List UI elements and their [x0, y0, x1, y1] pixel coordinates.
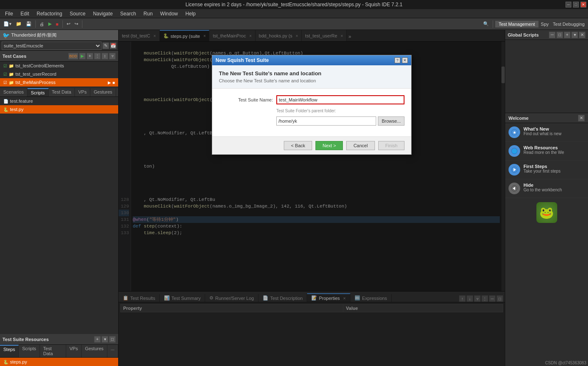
web-resources-text: Web Resources Read more on the We — [523, 145, 564, 155]
suite-resource-opts[interactable]: ▾ — [102, 336, 108, 343]
bdd-button[interactable]: BDD — [68, 53, 78, 59]
suite-resources-title: Test Suite Resources — [2, 337, 49, 342]
menu-search[interactable]: Search — [117, 10, 139, 17]
test-management-button[interactable]: Test Management — [495, 21, 538, 27]
suite-tab-steps[interactable]: Steps — [0, 345, 19, 357]
suite-steps-py[interactable]: 🐍 steps.py — [0, 358, 118, 366]
hide-text: Hide Go to the workbench — [523, 183, 562, 192]
svg-text:★: ★ — [513, 130, 516, 135]
global-scripts-title: Global Scripts — [508, 32, 539, 37]
tab-test-data[interactable]: Test Data — [49, 88, 75, 96]
undo-button[interactable]: ↩ — [65, 20, 72, 27]
tab-gestures[interactable]: Gestures — [90, 88, 116, 96]
print-button[interactable]: 🖨 — [38, 21, 46, 27]
tab-vps[interactable]: VPs — [75, 88, 90, 96]
welcome-title: Welcome — [509, 116, 528, 121]
test-suite-name-input[interactable] — [276, 95, 404, 104]
menu-run[interactable]: Run — [140, 10, 156, 17]
suite-edit-button[interactable]: ✎ — [102, 42, 109, 49]
test-sort-button[interactable]: ↕ — [102, 53, 108, 59]
test-case-3[interactable]: ☑ 📁 tst_theMainProcess ▶ ■ — [0, 78, 118, 87]
browse-button[interactable]: Browse... — [378, 116, 404, 126]
thunderbird-item[interactable]: 🐦 Thunderbird 邮件/新闻 — [0, 30, 118, 41]
toolbar-sep-1 — [35, 20, 36, 28]
check-icon-2: ☑ — [3, 72, 7, 77]
save-button[interactable]: 💾 — [24, 20, 33, 27]
add-test-button[interactable]: + — [87, 53, 93, 59]
gs-toolbar[interactable]: ▾ — [571, 32, 578, 38]
welcome-hide[interactable]: Hide Go to the workbench — [505, 179, 588, 198]
menu-edit[interactable]: Edit — [17, 10, 32, 17]
menu-window[interactable]: Window — [157, 10, 181, 17]
search-button[interactable]: 🔍 — [481, 20, 491, 27]
suite-tab-scripts[interactable]: Scripts — [19, 345, 40, 357]
gs-collapse[interactable]: ─ — [549, 32, 556, 38]
cancel-button[interactable]: Cancel — [346, 141, 375, 150]
test-case-resources-list: 📄 test.feature 🐍 test.py — [0, 97, 118, 114]
suite-resource-view[interactable]: □ — [109, 336, 116, 343]
gs-close[interactable]: ✕ — [579, 32, 586, 38]
stop-button[interactable]: ■ — [54, 21, 60, 27]
gs-add[interactable]: + — [564, 32, 571, 38]
welcome-close[interactable]: ✕ — [578, 115, 585, 121]
tab-scripts[interactable]: Scripts — [27, 88, 49, 96]
menu-help[interactable]: Help — [182, 10, 199, 17]
menu-bar: File Edit Refactoring Source Navigate Se… — [0, 9, 588, 18]
test-case-1[interactable]: ☑ 📁 tst_testControlElements — [0, 62, 118, 70]
welcome-whats-new[interactable]: ★ What's New Find out what is new — [505, 123, 588, 142]
welcome-first-steps[interactable]: First Steps Take your first steps — [505, 161, 588, 179]
dialog-close-button[interactable]: ✕ — [402, 57, 408, 63]
steps-py-label: steps.py — [10, 359, 27, 364]
menu-file[interactable]: File — [2, 10, 16, 17]
finish-button[interactable]: Finish — [378, 141, 404, 150]
run-button[interactable]: ▶ — [47, 20, 53, 27]
redo-button[interactable]: ↪ — [73, 20, 80, 27]
test-options-button[interactable]: ⋮ — [94, 53, 101, 59]
suite-new-button[interactable]: 📅 — [110, 42, 117, 49]
run-all-button[interactable]: ▶ — [79, 53, 86, 59]
back-button[interactable]: < Back — [284, 141, 312, 150]
suite-tab-testdata[interactable]: Test Data — [40, 345, 66, 357]
hide-title: Hide — [523, 183, 562, 188]
suite-tab-gestures[interactable]: Gestures — [82, 345, 107, 357]
test-case-2[interactable]: ☑ 📁 tst_test_userRecord — [0, 70, 118, 78]
web-resources-sub: Read more on the We — [523, 150, 564, 155]
test-case-1-label: tst_testControlElements — [15, 63, 64, 68]
parent-folder-input[interactable] — [276, 116, 376, 126]
spy-button[interactable]: Spy — [539, 21, 551, 27]
hide-sub: Go to the workbench — [523, 188, 562, 192]
debug-button[interactable]: Test Debugging — [551, 21, 586, 27]
maximize-button[interactable]: □ — [573, 2, 579, 7]
check-icon-3: ☑ — [3, 80, 7, 85]
close-button[interactable]: ✕ — [581, 2, 586, 7]
open-button[interactable]: 📁 — [14, 20, 23, 27]
resource-py[interactable]: 🐍 test.py — [0, 105, 118, 114]
suite-tab-vps[interactable]: VPs — [66, 345, 82, 357]
title-bar: License expires in 2 days - /home/yk/sui… — [0, 0, 588, 9]
test-cases-title: Test Cases — [2, 54, 26, 59]
resource-feature[interactable]: 📄 test.feature — [0, 97, 118, 105]
menu-refactoring[interactable]: Refactoring — [33, 10, 65, 17]
suite-resources-header: Test Suite Resources + ▾ □ — [0, 334, 118, 345]
dialog-body: The New Test Suite's name and location C… — [212, 65, 411, 136]
new-button[interactable]: 📄▾ — [2, 20, 13, 27]
name-label: Test Suite Name: — [219, 97, 273, 102]
welcome-web-resources[interactable]: 🌐 Web Resources Read more on the We — [505, 142, 588, 161]
menu-navigate[interactable]: Navigate — [89, 10, 116, 17]
dialog-help-button[interactable]: ? — [394, 57, 400, 63]
steps-py-icon: 🐍 — [3, 360, 8, 364]
suite-tab-more[interactable]: ... — [107, 345, 118, 357]
squish-logo-container: 🐸 — [505, 198, 588, 227]
test-filter-button[interactable]: ▿ — [109, 53, 116, 59]
welcome-controls: ✕ — [578, 115, 585, 121]
next-button[interactable]: Next > — [315, 141, 343, 150]
first-steps-title: First Steps — [523, 164, 561, 169]
thunderbird-label: Thunderbird 邮件/新闻 — [11, 32, 57, 38]
tab-scenarios[interactable]: Scenarios — [0, 88, 27, 96]
dialog-overlay: New Squish Test Suite ? ✕ The New Test S… — [119, 30, 505, 366]
suite-resource-add[interactable]: + — [94, 336, 101, 343]
suite-select[interactable]: suite_testEmucscle — [2, 42, 102, 50]
minimize-button[interactable]: ─ — [566, 2, 571, 7]
gs-expand[interactable]: □ — [556, 32, 563, 38]
menu-source[interactable]: Source — [66, 10, 89, 17]
